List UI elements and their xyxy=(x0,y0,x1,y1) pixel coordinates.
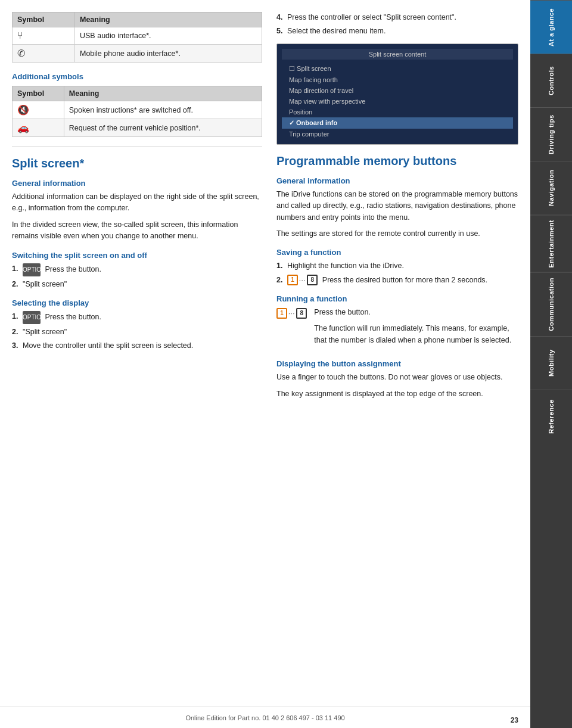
main-content: Symbol Meaning ⑂ USB audio interface*. ✆… xyxy=(0,0,530,728)
list-item: 2. 1 ··· 8 Press the desired button for … xyxy=(276,275,518,286)
saving-step-2-text: Press the desired button for more than 2… xyxy=(322,276,487,284)
prog-gen-info-text2: The settings are stored for the remote c… xyxy=(276,228,518,239)
sidebar-item-navigation[interactable]: Navigation xyxy=(530,161,572,214)
page-wrapper: Symbol Meaning ⑂ USB audio interface*. ✆… xyxy=(0,0,572,728)
symbol-table-2: Symbol Meaning 🔇 Spoken instructions* ar… xyxy=(12,86,262,137)
list-item: 5. Select the desired menu item. xyxy=(276,26,518,37)
meaning-cell: Spoken instructions* are switched off. xyxy=(64,101,262,119)
nav-menu-item: ☐ Split screen xyxy=(282,63,513,74)
split-screen-title: Split screen* xyxy=(12,157,262,170)
running-detail: The function will run immediately. This … xyxy=(314,323,518,346)
table-row: ✆ Mobile phone audio interface*. xyxy=(13,45,262,63)
symbol-cell: ✆ xyxy=(13,45,75,63)
memory-button-icon: 1 ··· 8 xyxy=(287,275,318,285)
nav-menu-item: Position xyxy=(282,107,513,117)
symbol-cell: ⑂ xyxy=(13,27,75,45)
nav-menu-item: Map view with perspective xyxy=(282,96,513,107)
option-button-icon-1: OPTION xyxy=(23,263,41,276)
saving-steps: 1. Highlight the function via the iDrive… xyxy=(276,260,518,286)
list-item: 1. OPTION Press the button. xyxy=(12,311,262,324)
displaying-text2: The key assignment is displayed at the t… xyxy=(276,388,518,400)
sidebar-item-reference[interactable]: Reference xyxy=(530,390,572,443)
table-row: ⑂ USB audio interface*. xyxy=(13,27,262,45)
table-row: 🚗 Request of the current vehicle positio… xyxy=(13,119,262,137)
sidebar-item-driving-tips[interactable]: Driving tips xyxy=(530,107,572,161)
page-footer: Online Edition for Part no. 01 40 2 606 … xyxy=(0,707,530,728)
sidebar-item-at-a-glance[interactable]: At a glance xyxy=(530,0,572,54)
meaning-cell: Request of the current vehicle position*… xyxy=(64,119,262,137)
switching-steps: 1. OPTION Press the button. 2. "Split sc… xyxy=(12,263,262,290)
nav-screenshot: Split screen content ☐ Split screen Map … xyxy=(276,43,518,145)
nav-menu-item: Map direction of travel xyxy=(282,85,513,96)
general-info-title-left: General information xyxy=(12,179,262,188)
list-item: 1. Highlight the function via the iDrive… xyxy=(276,260,518,272)
nav-menu-item: Map facing north xyxy=(282,74,513,85)
displaying-text1: Use a finger to touch the buttons. Do no… xyxy=(276,372,518,383)
left-column: Symbol Meaning ⑂ USB audio interface*. ✆… xyxy=(12,12,262,704)
symbol-cell: 🚗 xyxy=(13,119,64,137)
step-5-text: Select the desired menu item. xyxy=(287,27,386,35)
selecting-steps: 1. OPTION Press the button. 2. "Split sc… xyxy=(12,311,262,352)
running-title: Running a function xyxy=(276,294,518,303)
phone-icon: ✆ xyxy=(17,48,25,58)
col-header-symbol-1: Symbol xyxy=(13,13,75,27)
sidebar-item-controls[interactable]: Controls xyxy=(530,54,572,107)
symbol-cell: 🔇 xyxy=(13,101,64,119)
prog-gen-info-title: General information xyxy=(276,176,518,185)
col-header-symbol-2: Symbol xyxy=(13,86,64,101)
nav-menu-item: Trip computer xyxy=(282,129,513,139)
divider xyxy=(12,147,262,147)
nav-screenshot-title: Split screen content xyxy=(282,49,513,60)
running-text: Press the button. xyxy=(314,307,518,318)
saving-step-1-text: Highlight the function via the iDrive. xyxy=(287,262,404,270)
selecting-step-1-text: Press the button. xyxy=(45,313,101,321)
page-number: 23 xyxy=(511,716,518,724)
sidebar-tabs: At a glance Controls Driving tips Naviga… xyxy=(530,0,572,728)
no-sound-icon: 🔇 xyxy=(17,105,29,115)
steps-4-5: 4. Press the controller or select "Split… xyxy=(276,12,518,38)
nav-menu-item-active[interactable]: Onboard info xyxy=(282,117,513,129)
usb-icon: ⑂ xyxy=(17,30,23,41)
switching-title: Switching the split screen on and off xyxy=(12,251,262,260)
running-button-icon: 1 ··· 8 xyxy=(276,308,309,319)
saving-title: Saving a function xyxy=(276,248,518,257)
option-button-icon-2: OPTION xyxy=(23,311,41,324)
meaning-cell: Mobile phone audio interface*. xyxy=(75,45,262,63)
list-item: 1. OPTION Press the button. xyxy=(12,263,262,276)
meaning-cell: USB audio interface*. xyxy=(75,27,262,45)
car-position-icon: 🚗 xyxy=(17,123,29,133)
col-header-meaning-2: Meaning xyxy=(64,86,262,101)
general-info-text2: In the divided screen view, the so-calle… xyxy=(12,219,262,242)
list-item: 4. Press the controller or select "Split… xyxy=(276,12,518,23)
sidebar-item-communication[interactable]: Communication xyxy=(530,272,572,336)
running-text-block: Press the button. The function will run … xyxy=(314,307,518,351)
list-item: 3. Move the controller until the split s… xyxy=(12,340,262,351)
list-item: 2. "Split screen" xyxy=(12,326,262,338)
prog-mem-title: Programmable memory buttons xyxy=(276,154,518,168)
step-4-text: Press the controller or select "Split sc… xyxy=(287,13,456,21)
running-func-block: 1 ··· 8 Press the button. The function w… xyxy=(276,307,518,351)
symbol-table-1: Symbol Meaning ⑂ USB audio interface*. ✆… xyxy=(12,12,262,63)
selecting-step-3-text: Move the controller until the split scre… xyxy=(23,341,193,350)
displaying-title: Displaying the button assignment xyxy=(276,359,518,368)
sidebar-item-mobility[interactable]: Mobility xyxy=(530,336,572,390)
selecting-step-2-text: "Split screen" xyxy=(23,328,67,336)
selecting-title: Selecting the display xyxy=(12,298,262,307)
list-item: 2. "Split screen" xyxy=(12,279,262,290)
prog-gen-info-text1: The iDrive functions can be stored on th… xyxy=(276,189,518,223)
right-column: 4. Press the controller or select "Split… xyxy=(276,12,518,704)
switching-step-2-text: "Split screen" xyxy=(23,280,67,288)
table-row: 🔇 Spoken instructions* are switched off. xyxy=(13,101,262,119)
additional-symbols-label: Additional symbols xyxy=(12,72,262,81)
general-info-text1: Additional information can be displayed … xyxy=(12,191,262,214)
footer-text: Online Edition for Part no. 01 40 2 606 … xyxy=(185,714,344,721)
col-header-meaning-1: Meaning xyxy=(75,13,262,27)
sidebar-item-entertainment[interactable]: Entertainment xyxy=(530,214,572,272)
switching-step-1-text: Press the button. xyxy=(45,265,101,273)
